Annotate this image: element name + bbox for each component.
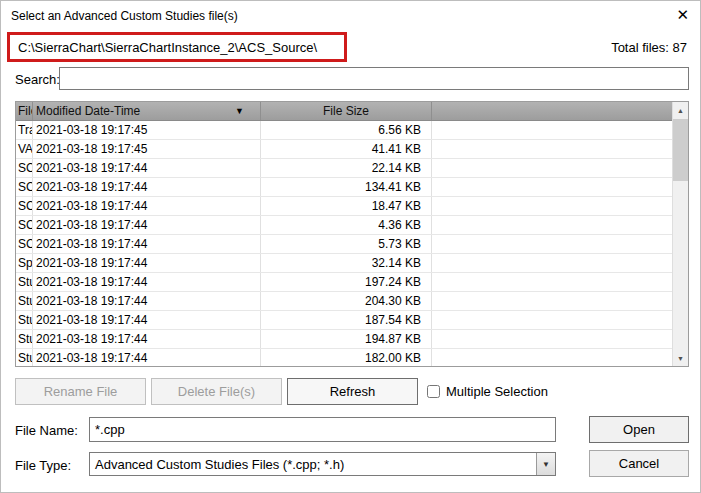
column-header-modified[interactable]: Modified Date-Time ▼ xyxy=(33,102,261,120)
cell-modified: 2021-03-18 19:17:44 xyxy=(33,197,261,215)
cell-modified: 2021-03-18 19:17:45 xyxy=(33,140,261,158)
table-row[interactable]: SC_ 2021-03-18 19:17:44 5.73 KB xyxy=(16,235,674,254)
table-row[interactable]: Tra 2021-03-18 19:17:45 6.56 KB xyxy=(16,121,674,140)
table-row[interactable]: Stu 2021-03-18 19:17:44 182.00 KB xyxy=(16,349,674,366)
cell-file: SCS xyxy=(16,178,33,196)
cell-modified: 2021-03-18 19:17:44 xyxy=(33,235,261,253)
cell-size: 32.14 KB xyxy=(261,254,432,272)
table-row[interactable]: Stu 2021-03-18 19:17:44 187.54 KB xyxy=(16,311,674,330)
table-row[interactable]: VAF 2021-03-18 19:17:45 41.41 KB xyxy=(16,140,674,159)
cell-modified: 2021-03-18 19:17:44 xyxy=(33,178,261,196)
column-header-file[interactable]: File xyxy=(16,102,33,120)
search-input[interactable] xyxy=(59,67,689,90)
column-header-modified-label: Modified Date-Time xyxy=(36,104,140,118)
close-icon[interactable]: ✕ xyxy=(676,6,689,24)
combo-dropdown-icon[interactable]: ▼ xyxy=(536,453,555,475)
table-row[interactable]: Stu 2021-03-18 19:17:44 194.87 KB xyxy=(16,330,674,349)
file-type-select[interactable]: Advanced Custom Studies Files (*.cpp; *.… xyxy=(89,452,556,476)
cell-size: 204.30 KB xyxy=(261,292,432,310)
cell-file: Spr xyxy=(16,254,33,272)
table-row[interactable]: SCS 2021-03-18 19:17:44 134.41 KB xyxy=(16,178,674,197)
cell-extra xyxy=(432,178,674,196)
cell-file: Stu xyxy=(16,273,33,291)
multiple-selection-label: Multiple Selection xyxy=(446,384,548,399)
cell-file: SCS xyxy=(16,197,33,215)
search-label: Search: xyxy=(15,72,60,87)
cell-modified: 2021-03-18 19:17:44 xyxy=(33,349,261,366)
open-button[interactable]: Open xyxy=(589,416,689,443)
annotation-highlight-box: C:\SierraChart\SierraChartInstance_2\ACS… xyxy=(7,32,347,62)
file-name-label: File Name: xyxy=(15,423,78,438)
cell-file: SCS xyxy=(16,216,33,234)
cell-modified: 2021-03-18 19:17:44 xyxy=(33,159,261,177)
cell-size: 41.41 KB xyxy=(261,140,432,158)
cell-size: 18.47 KB xyxy=(261,197,432,215)
cancel-button[interactable]: Cancel xyxy=(589,450,689,477)
rename-file-button[interactable]: Rename File xyxy=(15,378,146,405)
cell-extra xyxy=(432,216,674,234)
table-row[interactable]: Stu 2021-03-18 19:17:44 204.30 KB xyxy=(16,292,674,311)
table-row[interactable]: SCS 2021-03-18 19:17:44 4.36 KB xyxy=(16,216,674,235)
cell-size: 5.73 KB xyxy=(261,235,432,253)
select-acs-file-dialog: Select an Advanced Custom Studies file(s… xyxy=(0,0,701,493)
refresh-button[interactable]: Refresh xyxy=(287,378,418,405)
cell-extra xyxy=(432,273,674,291)
sort-descending-icon: ▼ xyxy=(235,106,244,116)
cell-extra xyxy=(432,254,674,272)
cell-size: 182.00 KB xyxy=(261,349,432,366)
cell-size: 6.56 KB xyxy=(261,121,432,139)
table-row[interactable]: SCS 2021-03-18 19:17:44 22.14 KB xyxy=(16,159,674,178)
cell-file: Stu xyxy=(16,330,33,348)
cell-modified: 2021-03-18 19:17:44 xyxy=(33,311,261,329)
column-header-size[interactable]: File Size xyxy=(261,102,432,120)
scrollbar-thumb[interactable] xyxy=(673,119,688,181)
cell-size: 194.87 KB xyxy=(261,330,432,348)
table-header-row: File Modified Date-Time ▼ File Size xyxy=(16,102,674,121)
cell-file: Stu xyxy=(16,292,33,310)
column-header-extra[interactable] xyxy=(432,102,674,120)
cell-extra xyxy=(432,159,674,177)
scroll-down-icon[interactable]: ▼ xyxy=(673,350,688,366)
cell-modified: 2021-03-18 19:17:44 xyxy=(33,273,261,291)
cell-file: SC_ xyxy=(16,235,33,253)
cell-extra xyxy=(432,197,674,215)
total-files-label: Total files: 87 xyxy=(611,40,687,55)
file-type-label: File Type: xyxy=(15,458,71,473)
cell-extra xyxy=(432,349,674,366)
cell-file: Stu xyxy=(16,311,33,329)
cell-extra xyxy=(432,140,674,158)
dialog-title: Select an Advanced Custom Studies file(s… xyxy=(11,9,238,23)
table-row[interactable]: SCS 2021-03-18 19:17:44 18.47 KB xyxy=(16,197,674,216)
file-name-input[interactable] xyxy=(89,417,556,442)
cell-size: 134.41 KB xyxy=(261,178,432,196)
table-scrollbar[interactable]: ▲ ▼ xyxy=(672,102,688,366)
cell-modified: 2021-03-18 19:17:45 xyxy=(33,121,261,139)
cell-file: SCS xyxy=(16,159,33,177)
cell-file: Tra xyxy=(16,121,33,139)
cell-extra xyxy=(432,330,674,348)
file-type-value: Advanced Custom Studies Files (*.cpp; *.… xyxy=(90,457,536,472)
cell-size: 22.14 KB xyxy=(261,159,432,177)
table-row[interactable]: Spr 2021-03-18 19:17:44 32.14 KB xyxy=(16,254,674,273)
cell-modified: 2021-03-18 19:17:44 xyxy=(33,216,261,234)
file-list-table: File Modified Date-Time ▼ File Size Tra … xyxy=(15,101,689,367)
delete-files-button[interactable]: Delete File(s) xyxy=(151,378,282,405)
cell-size: 187.54 KB xyxy=(261,311,432,329)
cell-extra xyxy=(432,311,674,329)
cell-extra xyxy=(432,121,674,139)
cell-extra xyxy=(432,292,674,310)
cell-modified: 2021-03-18 19:17:44 xyxy=(33,330,261,348)
table-body: Tra 2021-03-18 19:17:45 6.56 KB VAF 2021… xyxy=(16,121,674,366)
scroll-up-icon[interactable]: ▲ xyxy=(673,102,688,118)
cell-size: 197.24 KB xyxy=(261,273,432,291)
cell-size: 4.36 KB xyxy=(261,216,432,234)
multiple-selection-checkbox[interactable] xyxy=(427,385,440,398)
cell-extra xyxy=(432,235,674,253)
table-row[interactable]: Stu 2021-03-18 19:17:44 197.24 KB xyxy=(16,273,674,292)
directory-path: C:\SierraChart\SierraChartInstance_2\ACS… xyxy=(18,40,317,55)
cell-modified: 2021-03-18 19:17:44 xyxy=(33,254,261,272)
cell-file: Stu xyxy=(16,349,33,366)
cell-modified: 2021-03-18 19:17:44 xyxy=(33,292,261,310)
cell-file: VAF xyxy=(16,140,33,158)
